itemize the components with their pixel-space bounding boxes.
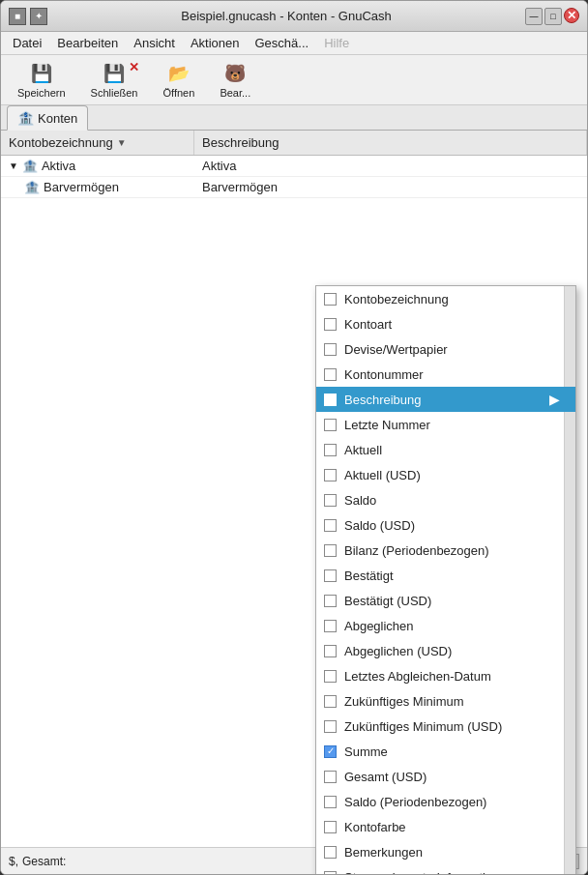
menu-ansicht[interactable]: Ansicht (126, 34, 183, 52)
checkbox-kontobezeichnung[interactable] (324, 293, 337, 306)
dropdown-label-zukuenftiges-min-usd: Zukünftiges Minimum (USD) (344, 719, 502, 734)
app-icon-2: ✦ (30, 8, 47, 25)
titlebar-left-icons: ■ ✦ (9, 8, 47, 25)
dropdown-item-summe[interactable]: Summe (316, 739, 575, 764)
toolbar-schliessen[interactable]: 💾 ✕ Schließen (82, 57, 147, 103)
dropdown-label-kontonummer: Kontonummer (344, 367, 424, 382)
dropdown-label-bestaetigt: Bestätigt (344, 569, 394, 583)
maximize-button[interactable]: □ (544, 8, 562, 25)
dropdown-item-saldo-periodenbezogen[interactable]: Saldo (Periodenbezogen) (316, 789, 575, 814)
toolbar-bear[interactable]: 🐻 Bear... (211, 57, 259, 103)
main-window: ■ ✦ Beispiel.gnucash - Konten - GnuCash … (0, 0, 588, 875)
checkbox-aktuell-usd[interactable] (324, 469, 337, 481)
checkbox-devise[interactable] (324, 343, 337, 356)
account-icon-aktiva: 🏦 (22, 159, 38, 173)
checkbox-gesamt-usd[interactable] (324, 771, 337, 783)
checkbox-abgeglichen-usd[interactable] (324, 645, 337, 657)
column-chooser-dropdown: KontobezeichnungKontoartDevise/Wertpapie… (315, 285, 576, 874)
dropdown-item-aktuell[interactable]: Aktuell (316, 437, 575, 462)
column-headers: Kontobezeichnung ▼ Beschreibung (1, 131, 587, 156)
menu-hilfe[interactable]: Hilfe (316, 34, 357, 52)
dropdown-label-aktuell-usd: Aktuell (USD) (344, 468, 421, 482)
checkbox-bemerkungen[interactable] (324, 846, 337, 859)
toolbar-speichern-label: Speichern (17, 87, 66, 99)
checkbox-bestaetigt[interactable] (324, 569, 337, 582)
menu-aktionen[interactable]: Aktionen (183, 34, 248, 52)
dropdown-item-bestaetigt-usd[interactable]: Bestätigt (USD) (316, 588, 575, 613)
checkbox-letztes-abgleichen[interactable] (324, 670, 337, 683)
cell-barverm-desc: Barvermögen (194, 180, 285, 194)
dropdown-item-saldo-usd[interactable]: Saldo (USD) (316, 512, 575, 538)
toolbar-speichern[interactable]: 💾 Speichern (9, 57, 74, 103)
open-icon: 📂 (167, 62, 191, 85)
checkbox-kontonummer[interactable] (324, 368, 337, 381)
titlebar: ■ ✦ Beispiel.gnucash - Konten - GnuCash … (1, 1, 587, 32)
main-content: Kontobezeichnung ▼ Beschreibung ▼ 🏦 Akti… (1, 131, 587, 874)
dropdown-item-gesamt-usd[interactable]: Gesamt (USD) (316, 764, 575, 789)
window-title: Beispiel.gnucash - Konten - GnuCash (47, 9, 525, 23)
dropdown-label-bilanz: Bilanz (Periodenbezogen) (344, 543, 489, 558)
checkbox-saldo-periodenbezogen[interactable] (324, 796, 337, 808)
dropdown-label-saldo-usd: Saldo (USD) (344, 518, 415, 533)
checkbox-zukuenftiges-min[interactable] (324, 695, 337, 708)
table-row[interactable]: ▼ 🏦 Aktiva Aktiva (1, 156, 587, 177)
dropdown-item-kontonummer[interactable]: Kontonummer (316, 362, 575, 387)
col-header-beschreibung[interactable]: Beschreibung (194, 131, 587, 155)
checkbox-kontofarbe[interactable] (324, 821, 337, 833)
checkbox-bilanz[interactable] (324, 544, 337, 557)
checkbox-summe[interactable] (324, 745, 337, 758)
dropdown-item-steuerrelevant[interactable]: Steuerrelevante Information (316, 864, 575, 874)
dropdown-item-devise[interactable]: Devise/Wertpapier (316, 336, 575, 362)
sort-arrow-icon: ▼ (117, 137, 127, 148)
dropdown-item-saldo[interactable]: Saldo (316, 487, 575, 512)
checkbox-aktuell[interactable] (324, 444, 337, 456)
menu-datei[interactable]: Datei (5, 34, 49, 52)
dropdown-item-kontofarbe[interactable]: Kontofarbe (316, 814, 575, 839)
checkbox-beschreibung[interactable] (324, 394, 337, 406)
cell-aktiva-desc: Aktiva (194, 159, 244, 173)
toolbar-oeffnen[interactable]: 📂 Öffnen (154, 57, 203, 103)
dropdown-item-kontoart[interactable]: Kontoart (316, 311, 575, 336)
checkbox-abgeglichen[interactable] (324, 620, 337, 632)
dropdown-label-kontobezeichnung: Kontobezeichnung (344, 292, 449, 306)
toolbar-schliessen-label: Schließen (91, 87, 138, 99)
currency-symbol: $, (9, 855, 18, 868)
close-button[interactable]: ✕ (564, 8, 579, 23)
bear-icon: 🐻 (223, 62, 247, 85)
checkbox-zukuenftiges-min-usd[interactable] (324, 720, 337, 733)
dropdown-item-bestaetigt[interactable]: Bestätigt (316, 563, 575, 588)
dropdown-label-bestaetigt-usd: Bestätigt (USD) (344, 594, 431, 608)
checkbox-saldo-usd[interactable] (324, 519, 337, 532)
checkbox-bestaetigt-usd[interactable] (324, 595, 337, 607)
menu-geschaeft[interactable]: Geschä... (247, 34, 316, 52)
dropdown-label-zukuenftiges-min: Zukünftiges Minimum (344, 694, 464, 709)
menubar: Datei Bearbeiten Ansicht Aktionen Geschä… (1, 32, 587, 55)
dropdown-item-bilanz[interactable]: Bilanz (Periodenbezogen) (316, 538, 575, 563)
checkbox-kontoart[interactable] (324, 318, 337, 331)
minimize-button[interactable]: — (525, 8, 543, 25)
dropdown-item-bemerkungen[interactable]: Bemerkungen (316, 839, 575, 864)
dropdown-label-beschreibung: Beschreibung (344, 393, 422, 407)
gesamt-label: Gesamt: (22, 855, 66, 868)
dropdown-item-abgeglichen[interactable]: Abgeglichen (316, 613, 575, 638)
dropdown-item-kontobezeichnung[interactable]: Kontobezeichnung (316, 286, 575, 311)
menu-bearbeiten[interactable]: Bearbeiten (49, 34, 126, 52)
dropdown-item-abgeglichen-usd[interactable]: Abgeglichen (USD) (316, 638, 575, 663)
col-header-kontobezeichnung[interactable]: Kontobezeichnung ▼ (1, 131, 194, 155)
table-row[interactable]: 🏦 Barvermögen Barvermögen (1, 177, 587, 198)
dropdown-item-beschreibung[interactable]: Beschreibung▶ (316, 387, 575, 412)
tab-konten[interactable]: 🏦 Konten (7, 105, 88, 131)
dropdown-label-saldo-periodenbezogen: Saldo (Periodenbezogen) (344, 795, 486, 809)
checkbox-saldo[interactable] (324, 494, 337, 507)
dropdown-label-devise: Devise/Wertpapier (344, 342, 448, 357)
dropdown-item-letztes-abgleichen[interactable]: Letztes Abgleichen-Datum (316, 663, 575, 688)
dropdown-item-zukuenftiges-min-usd[interactable]: Zukünftiges Minimum (USD) (316, 714, 575, 739)
checkbox-letzte-nummer[interactable] (324, 419, 337, 431)
dropdown-label-gesamt-usd: Gesamt (USD) (344, 770, 426, 784)
dropdown-item-zukuenftiges-min[interactable]: Zukünftiges Minimum (316, 688, 575, 714)
dropdown-item-aktuell-usd[interactable]: Aktuell (USD) (316, 462, 575, 487)
dropdown-label-letzte-nummer: Letzte Nummer (344, 418, 430, 432)
checkbox-steuerrelevant[interactable] (324, 871, 337, 875)
selection-arrow-icon: ▶ (549, 392, 560, 407)
dropdown-item-letzte-nummer[interactable]: Letzte Nummer (316, 412, 575, 437)
